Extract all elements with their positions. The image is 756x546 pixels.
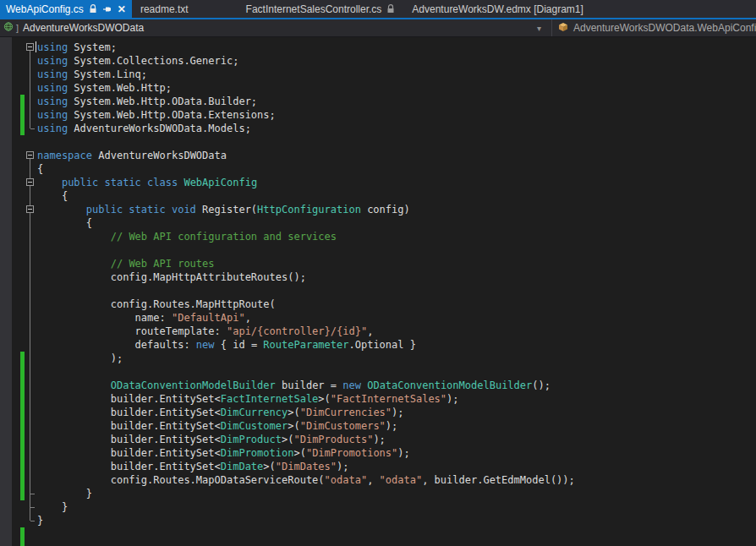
tab-adventureworksdw-edmx[interactable]: AdventureWorksDW.edmx [Diagram1] [403, 0, 592, 18]
change-bar [20, 527, 25, 546]
code-line[interactable]: // Web API routes [37, 257, 575, 270]
code-line[interactable]: builder.EntitySet<DimDate>("DimDates"); [37, 460, 575, 473]
code-line[interactable]: public static void Register(HttpConfigur… [37, 203, 575, 216]
class-icon [557, 22, 569, 35]
code-line[interactable]: name: "DefaultApi", [37, 311, 575, 325]
collapse-region-icon[interactable] [26, 205, 34, 213]
code-line[interactable]: using System.Linq; [37, 68, 575, 81]
fold-end-tick [30, 494, 35, 494]
code-line[interactable] [37, 284, 575, 298]
code-line[interactable]: } [37, 500, 575, 514]
collapse-region-icon[interactable] [26, 43, 34, 51]
code-line[interactable]: builder.EntitySet<DimProduct>("DimProduc… [37, 433, 575, 446]
document-tab-bar: WebApiConfig.cs ✕ readme.txt FactInterne… [0, 0, 756, 19]
tab-webapiconfig[interactable]: WebApiConfig.cs ✕ [0, 0, 132, 18]
tab-label: WebApiConfig.cs [6, 3, 84, 15]
fold-end-tick [30, 507, 35, 508]
pin-icon[interactable] [102, 4, 112, 14]
collapse-region-icon[interactable] [26, 178, 34, 186]
code-line[interactable]: defaults: new { id = RouteParameter.Opti… [37, 338, 575, 352]
fold-guide-line [30, 51, 30, 128]
code-line[interactable]: public static class WebApiConfig [37, 176, 575, 189]
change-bar [20, 95, 25, 135]
code-line[interactable]: builder.EntitySet<FactInternetSale>("Fac… [37, 392, 575, 406]
vs-editor-window: WebApiConfig.cs ✕ readme.txt FactInterne… [0, 0, 756, 546]
tab-factinternetsalescontroller[interactable]: FactInternetSalesController.cs [238, 0, 404, 18]
fold-end-tick [30, 128, 35, 129]
web-project-globe-icon [3, 21, 14, 35]
code-line[interactable]: using AdventureWorksDWOData.Models; [37, 122, 575, 135]
code-line[interactable]: builder.EntitySet<DimCurrency>("DimCurre… [37, 406, 575, 419]
code-line[interactable]: } [37, 487, 575, 500]
text-caret [36, 41, 36, 52]
code-line[interactable] [37, 135, 575, 149]
fold-guide-line [30, 159, 30, 521]
code-line[interactable]: builder.EntitySet<DimPromotion>("DimProm… [37, 446, 575, 460]
type-dropdown[interactable]: AdventureWorksDWOData.WebApiConfig [552, 19, 756, 36]
code-line[interactable]: config.MapHttpAttributeRoutes(); [37, 270, 575, 284]
navigation-bar: ] AdventureWorksDWOData ▾ AdventureWorks… [0, 19, 756, 37]
tab-label: FactInternetSalesController.cs [246, 3, 382, 15]
code-line[interactable]: using System.Web.Http.OData.Extensions; [37, 108, 575, 122]
code-line[interactable]: config.Routes.MapHttpRoute( [37, 298, 575, 311]
tab-readme[interactable]: readme.txt [132, 0, 197, 18]
collapse-region-icon[interactable] [26, 151, 34, 159]
type-dropdown-label: AdventureWorksDWOData.WebApiConfig [573, 22, 756, 34]
code-area[interactable]: using System;using System.Collections.Ge… [37, 41, 575, 527]
code-line[interactable]: using System.Web.Http; [37, 81, 575, 95]
project-icon-bracket: ] [16, 23, 19, 33]
fold-end-tick [30, 521, 35, 521]
code-line[interactable]: using System.Collections.Generic; [37, 54, 575, 68]
code-line[interactable]: { [37, 189, 575, 203]
code-line[interactable]: config.Routes.MapODataServiceRoute("odat… [37, 473, 575, 487]
code-line[interactable]: builder.EntitySet<DimCustomer>("DimCusto… [37, 419, 575, 433]
code-line[interactable]: { [37, 216, 575, 230]
project-dropdown[interactable]: ] AdventureWorksDWOData ▾ [0, 19, 552, 36]
code-line[interactable]: routeTemplate: "api/{controller}/{id}", [37, 325, 575, 338]
indicator-margin [0, 37, 12, 546]
lock-icon [89, 4, 97, 14]
code-line[interactable]: namespace AdventureWorksDWOData [37, 149, 575, 162]
code-line[interactable]: ODataConventionModelBuilder builder = ne… [37, 379, 575, 392]
lock-icon [386, 4, 395, 14]
code-line[interactable] [37, 365, 575, 379]
tab-label: AdventureWorksDW.edmx [Diagram1] [412, 3, 583, 15]
code-line[interactable]: ); [37, 352, 575, 365]
code-line[interactable]: } [37, 514, 575, 527]
tab-label: readme.txt [140, 3, 189, 15]
code-line[interactable]: using System.Web.Http.OData.Builder; [37, 95, 575, 108]
code-line[interactable] [37, 243, 575, 257]
chevron-down-icon[interactable]: ▾ [537, 24, 548, 33]
code-line[interactable]: // Web API configuration and services [37, 230, 575, 243]
code-line[interactable]: using System; [37, 41, 575, 54]
project-dropdown-label: AdventureWorksDWOData [23, 22, 144, 34]
change-bar [20, 352, 25, 500]
code-editor[interactable]: using System;using System.Collections.Ge… [0, 37, 756, 546]
close-icon[interactable]: ✕ [118, 4, 126, 14]
code-line[interactable]: { [37, 162, 575, 176]
